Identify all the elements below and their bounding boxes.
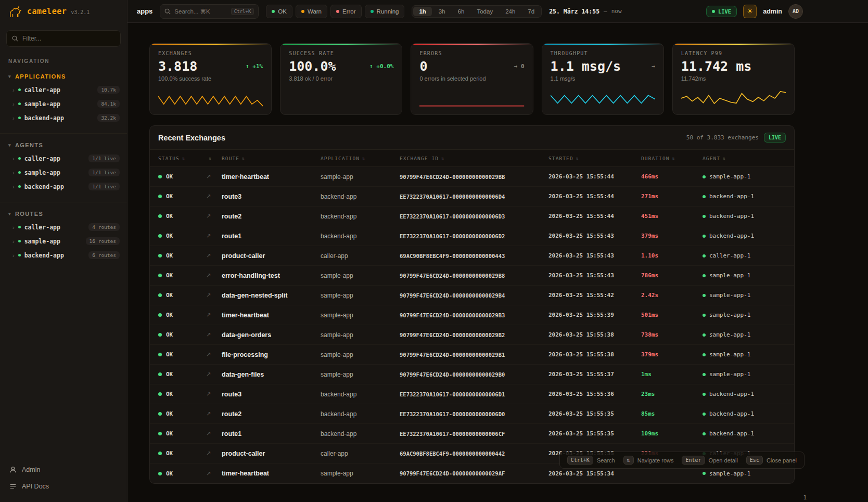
nav-section-header[interactable]: ▾ APPLICATIONS — [0, 70, 127, 83]
nav-section-header[interactable]: ▾ AGENTS — [0, 139, 127, 151]
sidebar-nav-item[interactable]: › backend-app 6 routes — [0, 248, 127, 262]
stat-card[interactable]: LATENCY P99 11.742 ms 11.742ms — [672, 43, 795, 115]
username-label: admin — [763, 8, 782, 15]
status-dot-icon — [18, 88, 21, 91]
status-filter-pill[interactable]: Warn — [296, 5, 327, 18]
column-header[interactable]: EXCHANGE ID ⇅ — [400, 156, 548, 161]
sidebar-item-api-docs[interactable]: API Docs — [0, 478, 127, 495]
row-exchange-id: 69AC90BF8EBC4F9-0000000000000443 — [400, 253, 548, 259]
right-column: apps Ctrl+K OK Warn Error Running 1h3h6h… — [127, 0, 868, 502]
row-agent-cell: sample-app-1 — [703, 470, 786, 477]
section-caret-icon: ▾ — [8, 211, 11, 216]
column-header[interactable]: STATUS ⇅ — [158, 156, 206, 161]
time-range-1h[interactable]: 1h — [413, 7, 431, 16]
hotkey-label: Close panel — [767, 457, 797, 464]
status-filter-pill[interactable]: Running — [365, 5, 405, 18]
column-header[interactable]: APPLICATION ⇅ — [321, 156, 400, 161]
sidebar-item-admin[interactable]: Admin — [0, 461, 127, 478]
status-pill-label: Warn — [308, 8, 322, 15]
nav-item-caret-icon: › — [12, 87, 15, 93]
time-range-7d[interactable]: 7d — [522, 7, 540, 16]
column-header[interactable]: AGENT ⇅ — [703, 156, 786, 161]
stat-card[interactable]: THROUGHPUT 1.1 msg/s → 1.1 msg/s — [542, 43, 664, 115]
row-application: sample-app — [321, 351, 400, 358]
status-filter-pill[interactable]: Error — [330, 5, 362, 18]
table-row[interactable]: OK ↗ product-caller caller-app 69AC90BF8… — [150, 246, 794, 266]
column-label: EXCHANGE ID — [400, 156, 439, 161]
table-row[interactable]: OK ↗ timer-heartbeat sample-app 90799F47… — [150, 305, 794, 325]
row-route: route3 — [222, 391, 321, 398]
sidebar-nav-item[interactable]: › caller-app 1/1 live — [0, 151, 127, 165]
stat-card[interactable]: SUCCESS RATE 100.0% ↑ +0.0% 3.818 ok / 0… — [280, 43, 402, 115]
sidebar-nav-item[interactable]: › caller-app 10.7k — [0, 83, 127, 97]
nav-item-badge: 1/1 live — [88, 183, 120, 190]
row-application: backend-app — [321, 410, 400, 418]
status-filter-pill[interactable]: OK — [266, 5, 292, 18]
table-row[interactable]: OK ↗ route3 backend-app EE7322370A10617-… — [150, 187, 794, 207]
stat-card[interactable]: EXCHANGES 3.818 ↑ +1% 100.0% success rat… — [149, 43, 272, 115]
context-label: apps — [137, 7, 152, 15]
nav-section-header[interactable]: ▾ ROUTES — [0, 208, 127, 220]
nav-item-caret-icon: › — [12, 184, 15, 190]
row-agent-cell: backend-app-1 — [703, 430, 786, 437]
row-duration: 2.42s — [641, 292, 703, 299]
time-range-today[interactable]: Today — [471, 7, 499, 16]
row-started: 2026-03-25 15:55:44 — [548, 173, 641, 180]
panel-header-right: 50 of 3.833 exchanges LIVE — [686, 133, 786, 143]
row-agent-cell: backend-app-1 — [703, 193, 786, 200]
main-content[interactable]: EXCHANGES 3.818 ↑ +1% 100.0% success rat… — [127, 23, 813, 502]
row-duration: 23ms — [641, 391, 703, 397]
ok-status-dot-icon — [158, 372, 162, 376]
column-label: STARTED — [548, 156, 573, 161]
sidebar-nav-item[interactable]: › backend-app 32.2k — [0, 111, 127, 125]
time-range-24h[interactable]: 24h — [500, 7, 521, 16]
table-row[interactable]: OK ↗ route2 backend-app EE7322370A10617-… — [150, 404, 794, 424]
table-row[interactable]: OK ↗ route1 backend-app EE7322370A10617-… — [150, 424, 794, 444]
stat-sparkline — [419, 85, 524, 108]
time-range-6h[interactable]: 6h — [452, 7, 470, 16]
table-row[interactable]: OK ↗ data-gen-nested-split sample-app 90… — [150, 286, 794, 305]
live-toggle[interactable]: LIVE — [706, 6, 737, 17]
filter-input[interactable] — [22, 35, 115, 42]
sidebar-nav-item[interactable]: › sample-app 16 routes — [0, 234, 127, 248]
column-header[interactable]: DURATION ⇅ — [641, 156, 703, 161]
avatar[interactable]: AD — [788, 4, 803, 19]
table-row[interactable]: OK ↗ route2 backend-app EE7322370A10617-… — [150, 207, 794, 226]
row-started: 2026-03-25 15:55:43 — [548, 252, 641, 259]
row-started: 2026-03-25 15:55:43 — [548, 272, 641, 279]
stat-card[interactable]: ERRORS 0 → 0 0 errors in selected period — [411, 43, 533, 115]
table-row[interactable]: OK ↗ route3 backend-app EE7322370A10617-… — [150, 384, 794, 404]
status-dot-icon — [18, 102, 21, 105]
row-agent-cell: sample-app-1 — [703, 371, 786, 378]
column-header[interactable]: STARTED ⇅ — [548, 156, 641, 161]
brand[interactable]: cameleer v3.2.1 — [0, 0, 127, 23]
search-input[interactable] — [174, 8, 227, 15]
row-status-cell: OK — [158, 351, 206, 358]
column-header[interactable]: ROUTE ⇅ — [222, 156, 321, 161]
row-status-cell: OK — [158, 272, 206, 279]
sidebar-nav-item[interactable]: › sample-app 84.1k — [0, 97, 127, 111]
column-label: APPLICATION — [321, 156, 360, 161]
sidebar-nav-item[interactable]: › backend-app 1/1 live — [0, 179, 127, 194]
ok-status-dot-icon — [158, 313, 162, 317]
date-range[interactable]: 25. März 14:55 — now — [549, 8, 621, 15]
sidebar-nav-item[interactable]: › sample-app 1/1 live — [0, 165, 127, 179]
sort-icon: ⇅ — [209, 156, 212, 161]
status-dot-icon — [18, 117, 21, 119]
stat-value-row: 0 → 0 — [419, 59, 524, 74]
time-range-3h[interactable]: 3h — [433, 7, 451, 16]
nav-item-label: sample-app — [24, 100, 60, 108]
table-row[interactable]: OK ↗ file-processing sample-app 90799F47… — [150, 345, 794, 365]
stat-sparkline — [681, 85, 786, 108]
sidebar-nav-item[interactable]: › caller-app 4 routes — [0, 220, 127, 234]
row-status-cell: OK — [158, 252, 206, 259]
table-row[interactable]: OK ↗ data-gen-orders sample-app 90799F47… — [150, 325, 794, 345]
row-agent-cell: backend-app-1 — [703, 391, 786, 397]
table-row[interactable]: OK ↗ error-handling-test sample-app 9079… — [150, 266, 794, 286]
theme-toggle-button[interactable]: ☀ — [743, 5, 757, 18]
sort-icon: ⇅ — [441, 156, 444, 161]
table-row[interactable]: OK ↗ data-gen-files sample-app 90799F47E… — [150, 365, 794, 384]
column-header[interactable]: ⇅ — [206, 156, 222, 161]
table-row[interactable]: OK ↗ timer-heartbeat sample-app 90799F47… — [150, 167, 794, 187]
table-row[interactable]: OK ↗ route1 backend-app EE7322370A10617-… — [150, 226, 794, 246]
